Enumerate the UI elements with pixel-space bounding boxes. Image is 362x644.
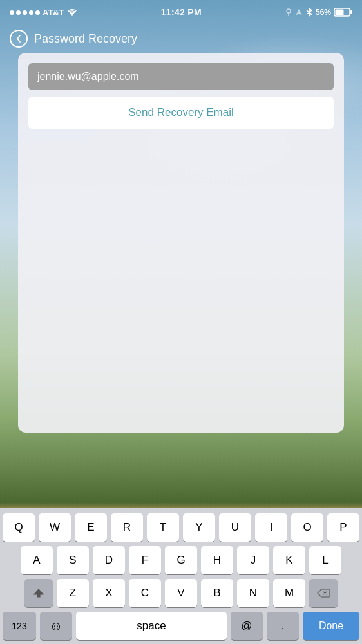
back-button[interactable]: [10, 30, 28, 48]
numbers-key[interactable]: 123: [3, 612, 36, 640]
done-key[interactable]: Done: [303, 612, 359, 640]
nav-bar: Password Recovery: [0, 24, 362, 53]
backspace-icon: [317, 589, 330, 598]
key-a[interactable]: A: [21, 546, 53, 574]
signal-dots: [10, 10, 40, 15]
signal-dot-5: [35, 10, 40, 15]
key-i[interactable]: I: [255, 513, 287, 542]
svg-point-0: [71, 14, 73, 15]
backspace-key[interactable]: [309, 579, 338, 607]
shift-icon: [33, 588, 44, 598]
status-bar: AT&T 11:42 PM 56%: [0, 0, 362, 24]
signal-dot-4: [29, 10, 33, 15]
status-right: 56%: [285, 8, 352, 17]
signal-dot-1: [10, 10, 14, 15]
space-key[interactable]: space: [76, 612, 227, 640]
wifi-icon: [67, 8, 77, 16]
at-key[interactable]: @: [231, 612, 263, 640]
signal-dot-3: [23, 10, 27, 15]
key-r[interactable]: R: [111, 513, 143, 542]
key-w[interactable]: W: [39, 513, 71, 542]
key-m[interactable]: M: [273, 579, 305, 607]
bluetooth-icon: [306, 8, 312, 17]
key-s[interactable]: S: [57, 546, 89, 574]
navigation-icon: [295, 8, 303, 16]
page-title: Password Recovery: [34, 32, 137, 46]
key-q[interactable]: Q: [3, 513, 35, 542]
key-k[interactable]: K: [273, 546, 305, 574]
key-v[interactable]: V: [165, 579, 197, 607]
email-input-wrapper[interactable]: [28, 63, 334, 90]
key-b[interactable]: B: [201, 579, 233, 607]
key-f[interactable]: F: [129, 546, 161, 574]
signal-dot-2: [16, 10, 21, 15]
status-time: 11:42 PM: [161, 7, 202, 17]
status-left: AT&T: [10, 8, 77, 17]
key-n[interactable]: N: [237, 579, 269, 607]
key-z[interactable]: Z: [57, 579, 89, 607]
key-x[interactable]: X: [93, 579, 125, 607]
key-l[interactable]: L: [309, 546, 341, 574]
key-o[interactable]: O: [291, 513, 323, 542]
keyboard-row-4: 123 ☺ space @ . Done: [3, 612, 359, 640]
key-d[interactable]: D: [93, 546, 125, 574]
svg-rect-3: [350, 10, 352, 14]
keyboard-row-3: Z X C V B N M: [3, 579, 359, 607]
key-p[interactable]: P: [327, 513, 359, 542]
back-circle: [10, 30, 28, 48]
key-g[interactable]: G: [165, 546, 197, 574]
svg-point-1: [287, 9, 291, 13]
key-e[interactable]: E: [75, 513, 107, 542]
battery-percent: 56%: [316, 8, 331, 17]
keyboard-row-1: Q W E R T Y U I O P: [3, 513, 359, 542]
carrier-label: AT&T: [43, 8, 64, 17]
key-y[interactable]: Y: [183, 513, 215, 542]
emoji-key[interactable]: ☺: [40, 612, 72, 640]
svg-rect-4: [336, 10, 344, 15]
shift-key[interactable]: [24, 579, 53, 607]
email-input[interactable]: [37, 71, 325, 82]
send-recovery-email-button[interactable]: Send Recovery Email: [28, 97, 334, 129]
password-recovery-card: Send Recovery Email: [18, 53, 344, 433]
location-icon: [285, 8, 292, 17]
key-u[interactable]: U: [219, 513, 251, 542]
key-c[interactable]: C: [129, 579, 161, 607]
key-t[interactable]: T: [147, 513, 179, 542]
period-key[interactable]: .: [267, 612, 299, 640]
keyboard-row-2: A S D F G H J K L: [3, 546, 359, 574]
key-j[interactable]: J: [237, 546, 269, 574]
keyboard: Q W E R T Y U I O P A S D F G H J K L Z …: [0, 508, 362, 644]
key-h[interactable]: H: [201, 546, 233, 574]
battery-icon: [334, 8, 352, 17]
chevron-left-icon: [15, 34, 22, 43]
